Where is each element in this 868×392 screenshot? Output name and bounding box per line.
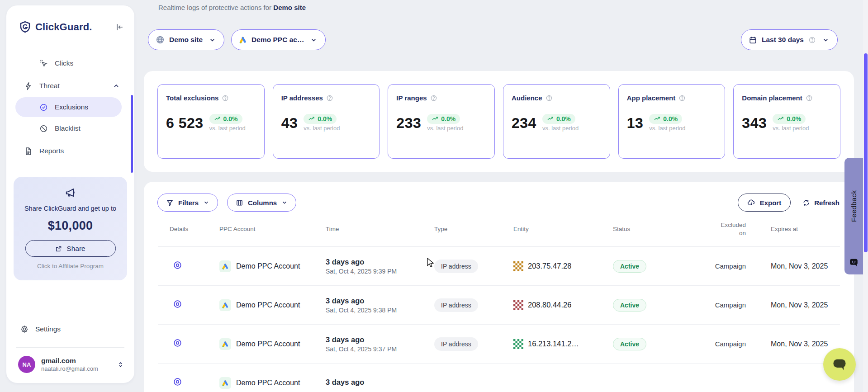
help-icon[interactable]: [545, 94, 553, 102]
affiliate-caption[interactable]: Click to Affiliate Program: [20, 263, 121, 269]
stat-label: IP addresses: [281, 94, 323, 102]
stat-value: 13: [627, 115, 644, 132]
identicon: [513, 339, 523, 349]
google-ads-icon: [219, 338, 231, 350]
expires-at-cell: Mon, Nov 3, 2025: [771, 340, 828, 348]
column-header-time: Time: [314, 226, 422, 232]
refresh-button[interactable]: Refresh: [802, 199, 840, 207]
date-range-bar: Last 30 days: [741, 29, 838, 50]
stat-label: Total exclusions: [166, 94, 218, 102]
external-link-icon: [55, 245, 62, 252]
table-header-row: Details PPC Account Time Type Entity Sta…: [158, 212, 840, 247]
stat-change-badge: 0.0%: [773, 114, 806, 124]
ppc-account-cell: Demo PPC Account: [208, 377, 314, 389]
chevron-down-icon: [281, 199, 288, 206]
selector-bar: Demo site Demo PPC ac…: [148, 29, 326, 50]
type-badge: IP address: [434, 260, 478, 273]
column-header-type: Type: [422, 226, 502, 232]
subtitle-text: Realtime logs of protective actions for: [158, 4, 271, 11]
trend-up-icon: [432, 116, 438, 123]
ppc-account-selector-dropdown[interactable]: Demo PPC ac…: [231, 29, 326, 50]
sidebar-item-exclusions[interactable]: Exclusions: [15, 97, 122, 117]
filters-dropdown[interactable]: Filters: [157, 194, 218, 212]
stat-change-badge: 0.0%: [649, 114, 682, 124]
prohibit-icon: [39, 124, 48, 133]
identicon: [513, 300, 523, 310]
date-range-dropdown[interactable]: Last 30 days: [741, 29, 838, 50]
share-button-label: Share: [66, 245, 85, 253]
help-icon: [808, 36, 816, 44]
column-header-entity: Entity: [502, 226, 601, 232]
ppc-account-cell: Demo PPC Account: [208, 299, 314, 311]
affiliate-promo-card: Share ClickGuard and get up to $10,000 S…: [14, 177, 127, 280]
stat-caption: vs. last period: [773, 125, 809, 132]
view-details-eye-icon[interactable]: [173, 299, 182, 309]
sidebar-item-label: Blacklist: [55, 124, 81, 132]
view-details-eye-icon[interactable]: [173, 338, 182, 348]
stat-caption: vs. last period: [649, 125, 685, 132]
share-button[interactable]: Share: [25, 240, 116, 257]
refresh-icon: [802, 199, 810, 207]
sidebar-item-blacklist[interactable]: Blacklist: [6, 117, 134, 140]
status-badge: Active: [613, 338, 646, 350]
table-toolbar: Filters Columns Export Refresh: [144, 182, 854, 212]
stats-summary-card: Total exclusions 6 523 0.0% vs. last per…: [144, 71, 854, 172]
columns-dropdown[interactable]: Columns: [227, 194, 296, 212]
sidebar-item-clicks[interactable]: Clicks: [6, 52, 134, 75]
sidebar-item-settings[interactable]: Settings: [6, 318, 134, 340]
feedback-tab[interactable]: Feedback: [844, 158, 863, 274]
trend-up-icon: [654, 116, 660, 123]
exclusions-log-card: Filters Columns Export Refresh: [144, 182, 854, 392]
stat-value: 43: [281, 115, 298, 132]
stat-change-badge: 0.0%: [542, 114, 575, 124]
sidebar-item-threat[interactable]: Threat: [6, 75, 134, 97]
help-icon[interactable]: [806, 94, 813, 102]
cloud-download-icon: [747, 198, 755, 207]
help-icon[interactable]: [326, 94, 333, 102]
sidebar-item-reports[interactable]: Reports: [6, 140, 134, 162]
column-header-ppc-account: PPC Account: [208, 226, 314, 232]
chevron-up-down-icon: [117, 361, 124, 368]
site-selector-value: Demo site: [169, 36, 203, 44]
account-switcher[interactable]: NA gmail.com naatali.ro@gmail.com: [6, 348, 134, 375]
chat-launcher-button[interactable]: [823, 348, 856, 381]
feedback-chat-icon: [849, 258, 859, 267]
page-scrollbar-thumb[interactable]: [864, 53, 868, 252]
chevron-down-icon: [822, 37, 829, 43]
view-details-eye-icon[interactable]: [173, 260, 182, 270]
feedback-label: Feedback: [844, 168, 863, 245]
table-row: Demo PPC Account 3 days ago: [158, 364, 840, 392]
stat-label: Domain placement: [742, 94, 802, 102]
stat-change-badge: 0.0%: [209, 114, 242, 124]
settings-label: Settings: [35, 325, 61, 333]
chevron-up-icon: [113, 82, 120, 90]
ppc-account-selector-value: Demo PPC ac…: [251, 36, 304, 44]
user-meta: gmail.com naatali.ro@gmail.com: [41, 356, 98, 373]
column-header-expires-at: Expires at: [771, 226, 840, 232]
help-icon[interactable]: [430, 94, 437, 102]
stat-card-total-exclusions: Total exclusions 6 523 0.0% vs. last per…: [157, 84, 265, 159]
ppc-account-cell: Demo PPC Account: [208, 260, 314, 272]
stat-card-app-placement: App placement 13 0.0% vs. last period: [618, 84, 726, 159]
status-badge: Active: [613, 260, 646, 273]
help-icon[interactable]: [222, 94, 229, 102]
sidebar-scroll-indicator[interactable]: [131, 95, 133, 173]
sidebar-collapse-icon[interactable]: [115, 23, 124, 32]
app-window: ClickGuard. Clicks Threat: [0, 0, 868, 392]
stat-card-domain-placement: Domain placement 343 0.0% vs. last perio…: [733, 84, 840, 159]
help-icon[interactable]: [678, 94, 686, 102]
google-ads-icon: [219, 260, 231, 272]
stat-change-badge: 0.0%: [304, 114, 337, 124]
column-header-excluded-on: Excluded on: [705, 221, 771, 237]
stat-caption: vs. last period: [542, 125, 579, 132]
view-details-eye-icon[interactable]: [173, 377, 182, 387]
entity-cell: 16.213.141.2…: [502, 339, 601, 349]
time-cell: 3 days ago Sat, Oct 4, 2025 9:37 PM: [314, 335, 422, 353]
table-row: Demo PPC Account 3 days ago Sat, Oct 4, …: [158, 325, 840, 364]
site-selector-dropdown[interactable]: Demo site: [148, 29, 224, 50]
stat-caption: vs. last period: [304, 125, 340, 132]
user-name: gmail.com: [41, 356, 98, 365]
export-button[interactable]: Export: [738, 194, 791, 212]
calendar-icon: [749, 36, 757, 44]
megaphone-icon: [65, 187, 76, 198]
